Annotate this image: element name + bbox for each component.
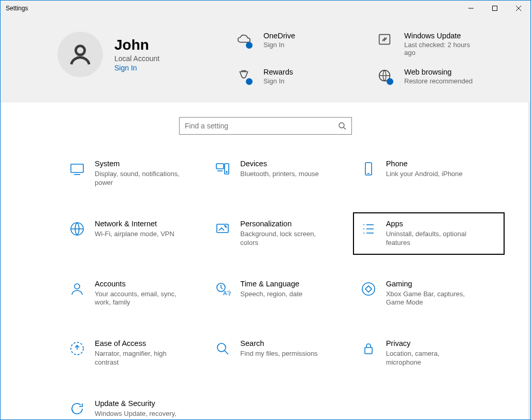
category-sub: Wi-Fi, airplane mode, VPN	[95, 230, 174, 239]
apps-icon	[359, 220, 378, 238]
tile-sub: Last checked: 2 hours ago	[404, 41, 482, 56]
category-title: Time & Language	[240, 280, 302, 288]
system-icon	[68, 160, 86, 178]
category-ease[interactable]: Ease of AccessNarrator, magnifier, high …	[68, 335, 208, 371]
svg-point-31	[217, 343, 226, 352]
category-sub: Xbox Game Bar, captures, Game Mode	[386, 290, 474, 308]
devices-icon	[213, 160, 232, 178]
category-sub: Windows Update, recovery, backup	[95, 410, 183, 419]
categories-grid: SystemDisplay, sound, notifications, pow…	[1, 155, 530, 419]
svg-point-29	[362, 283, 375, 295]
avatar	[57, 32, 103, 77]
tile-onedrive[interactable]: OneDrive Sign In	[233, 32, 369, 56]
tile-sub: Sign In	[263, 77, 293, 85]
svg-rect-33	[365, 347, 372, 354]
search-icon	[338, 122, 346, 130]
tile-title: Windows Update	[404, 32, 482, 40]
category-title: System	[95, 160, 183, 168]
settings-window: Settings John Local Account Sign In	[0, 0, 531, 420]
category-sub: Link your Android, iPhone	[386, 170, 463, 179]
category-title: Personalization	[240, 220, 328, 228]
time-icon: A字	[213, 280, 232, 298]
window-title: Settings	[6, 5, 28, 12]
ease-icon	[68, 339, 86, 358]
category-title: Phone	[386, 160, 463, 168]
search-icon	[213, 339, 232, 358]
user-name: John	[114, 37, 159, 53]
category-sub: Location, camera, microphone	[386, 350, 474, 367]
update-icon	[374, 32, 395, 47]
rewards-icon	[233, 68, 254, 83]
category-sub: Speech, region, date	[240, 290, 302, 299]
person-icon	[68, 42, 92, 66]
user-block[interactable]: John Local Account Sign In	[57, 32, 233, 77]
tile-title: Web browsing	[404, 68, 473, 76]
search-input[interactable]	[185, 122, 338, 130]
tile-title: OneDrive	[263, 32, 295, 40]
category-title: Privacy	[386, 339, 474, 347]
tile-rewards[interactable]: Rewards Sign In	[233, 68, 369, 85]
svg-line-8	[344, 127, 346, 129]
body: SystemDisplay, sound, notifications, pow…	[1, 103, 530, 419]
category-title: Accounts	[95, 280, 183, 288]
category-personal[interactable]: PersonalizationBackground, lock screen, …	[213, 215, 353, 252]
gaming-icon	[359, 280, 378, 298]
svg-rect-11	[216, 164, 224, 169]
category-title: Search	[240, 339, 318, 347]
category-network[interactable]: Network & InternetWi-Fi, airplane mode, …	[68, 215, 208, 252]
category-search[interactable]: SearchFind my files, permissions	[213, 335, 353, 371]
tile-windows-update[interactable]: Windows Update Last checked: 2 hours ago	[374, 32, 510, 56]
svg-point-7	[339, 123, 344, 128]
category-devices[interactable]: DevicesBluetooth, printers, mouse	[213, 155, 353, 192]
category-phone[interactable]: PhoneLink your Android, iPhone	[359, 155, 499, 192]
header-tiles: OneDrive Sign In Windows Update Last che…	[233, 32, 510, 85]
svg-rect-1	[493, 6, 497, 11]
header: John Local Account Sign In OneDrive Sign…	[1, 16, 530, 103]
scrollbar[interactable]	[528, 103, 530, 419]
phone-icon	[359, 160, 378, 178]
globe-icon	[374, 68, 395, 83]
category-title: Ease of Access	[95, 339, 183, 347]
category-gaming[interactable]: GamingXbox Game Bar, captures, Game Mode	[359, 276, 499, 312]
category-updatesec[interactable]: Update & SecurityWindows Update, recover…	[68, 395, 208, 419]
category-privacy[interactable]: PrivacyLocation, camera, microphone	[359, 335, 499, 371]
maximize-button[interactable]	[483, 1, 507, 16]
tile-title: Rewards	[263, 68, 293, 76]
user-account-type: Local Account	[114, 54, 159, 63]
accounts-icon	[68, 280, 86, 298]
category-sub: Background, lock screen, colors	[240, 230, 328, 248]
tile-web-browsing[interactable]: Web browsing Restore recommended	[374, 68, 510, 85]
category-sub: Narrator, magnifier, high contrast	[95, 350, 183, 367]
category-time[interactable]: A字Time & LanguageSpeech, region, date	[213, 276, 353, 312]
category-title: Devices	[240, 160, 319, 168]
svg-point-4	[76, 46, 84, 55]
tile-sub: Restore recommended	[404, 77, 473, 85]
category-sub: Display, sound, notifications, power	[95, 170, 183, 187]
close-button[interactable]	[507, 1, 530, 16]
personal-icon	[213, 220, 232, 238]
svg-point-19	[225, 226, 226, 227]
svg-line-32	[225, 351, 228, 354]
category-accounts[interactable]: AccountsYour accounts, email, sync, work…	[68, 276, 208, 312]
category-title: Update & Security	[95, 399, 183, 408]
category-title: Network & Internet	[95, 220, 174, 228]
svg-rect-9	[71, 164, 83, 172]
minimize-button[interactable]	[459, 1, 483, 16]
titlebar: Settings	[1, 1, 530, 16]
onedrive-icon	[233, 32, 254, 47]
category-apps[interactable]: AppsUninstall, defaults, optional featur…	[353, 212, 505, 255]
privacy-icon	[359, 339, 378, 358]
signin-link[interactable]: Sign In	[114, 64, 159, 72]
category-sub: Your accounts, email, sync, work, family	[95, 290, 183, 308]
category-sub: Find my files, permissions	[240, 350, 318, 358]
network-icon	[68, 220, 86, 238]
search-box[interactable]	[179, 117, 352, 135]
svg-point-13	[226, 171, 227, 172]
category-system[interactable]: SystemDisplay, sound, notifications, pow…	[68, 155, 208, 192]
category-title: Apps	[386, 220, 474, 228]
svg-point-26	[75, 284, 80, 289]
tile-sub: Sign In	[263, 41, 295, 49]
category-sub: Uninstall, defaults, optional features	[386, 230, 474, 248]
updatesec-icon	[68, 399, 86, 418]
category-sub: Bluetooth, printers, mouse	[240, 170, 319, 179]
